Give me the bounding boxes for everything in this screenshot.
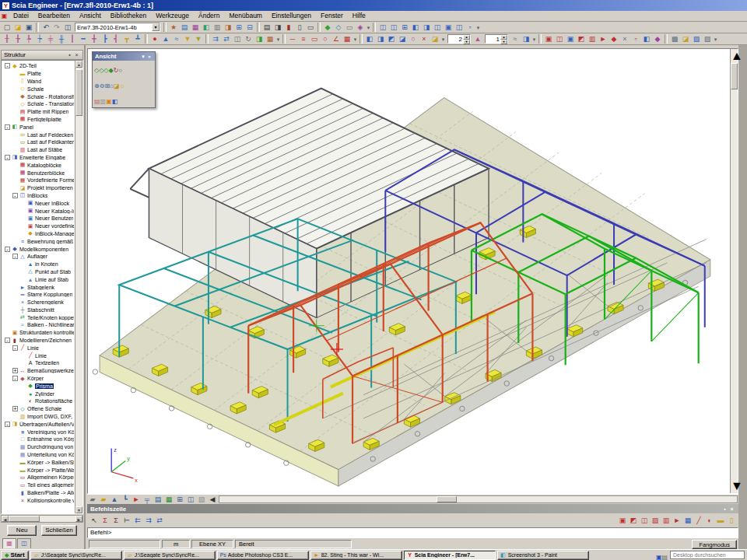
save-icon[interactable]: ▣ (23, 23, 34, 33)
tree-item-linie[interactable]: ╱ Linie (3, 352, 74, 359)
menu-item[interactable]: Bibliotheken (106, 12, 151, 19)
tree-item-linie-gruppe[interactable]: - ╱ Linie (3, 344, 74, 352)
new-node-icon[interactable]: ┣ (100, 34, 110, 44)
tree-item-rotationsflaeche[interactable]: ◐ Rotationsfläche (3, 397, 74, 405)
twisty-icon[interactable]: - (12, 254, 18, 259)
select-workplane-icon[interactable]: ▥ (587, 34, 598, 44)
viewport-layout-3-icon[interactable]: ⊞ (399, 23, 410, 33)
tree-item-offene-schale[interactable]: + ◇ Offene Schale (3, 405, 74, 413)
task-photoshop[interactable]: Ps Adobe Photoshop CS3 E... (217, 551, 309, 560)
properties-tab[interactable]: ◫ (17, 538, 31, 548)
more-options-chevron-icon[interactable]: ▾ (440, 34, 446, 44)
view-manager-icon[interactable]: ◪ (114, 82, 120, 89)
menu-item[interactable]: Menübaum (224, 12, 267, 19)
view-window-4-icon[interactable]: ◪ (397, 34, 408, 44)
snap-line-icon[interactable]: ╱ (693, 516, 704, 526)
tree-item-schale[interactable]: ◇ Schale (3, 85, 74, 93)
tree-item-inblocks[interactable]: - ◫ InBlocks (3, 192, 74, 200)
tree-item-koerper[interactable]: - ◆ Körper (3, 375, 74, 383)
spring-icon[interactable]: ≈ (171, 34, 182, 44)
task-explorer-1[interactable]: ▱ J:\Seagate Sync\SyncRe... (30, 551, 122, 560)
render-light-icon[interactable]: ☼ (120, 82, 125, 89)
tree-item-balken-nichtlinearitaet[interactable]: ≈ Balken - Nichtlinearitä (3, 321, 74, 329)
close-icon[interactable]: × (146, 54, 153, 59)
tree-item-neuer-vordefiniert[interactable]: ▣ Neuer vordefiniert (3, 222, 74, 230)
snap-intersection-icon[interactable]: ▨ (650, 516, 661, 526)
more-options-chevron-icon[interactable]: ▾ (713, 34, 718, 44)
new-wall-icon[interactable]: ╫ (56, 34, 67, 44)
tree-item-modellkomponenten[interactable]: - ◆ Modellkomponenten (3, 245, 74, 253)
tree-item-erweiterte-eingabe[interactable]: - ◨ Erweiterte Eingabe (3, 154, 74, 162)
more-options-chevron-icon[interactable]: ▾ (531, 34, 537, 44)
scrollbar-thumb[interactable] (75, 69, 82, 116)
draw-circle-icon[interactable]: ○ (320, 34, 331, 44)
new-beam-icon[interactable]: ╊ (12, 34, 23, 44)
desktop-search-input[interactable] (670, 551, 745, 559)
model-viewport[interactable]: Ansicht ▼ × ◇◇◇◆↻○ ⊕⊖⊞⌂◪☼ ▤▥▣◧ (87, 48, 738, 494)
tree-item-import-dwg[interactable]: ▥ Import DWG, DXF, VI (3, 413, 74, 421)
snap-midpoint-icon[interactable]: ◫ (639, 516, 650, 526)
start-button[interactable]: ◆ Start (1, 551, 29, 560)
schliessen-button[interactable]: Schließen (41, 525, 77, 536)
new-project-icon[interactable]: ▢ (2, 23, 12, 33)
rotate-icon[interactable]: ↻ (243, 34, 254, 44)
tree-item-punkt-auf-stab[interactable]: △ Punkt auf Stab (3, 268, 74, 276)
tree-item-linie-auf-stab[interactable]: ▲ Linie auf Stab (3, 275, 74, 283)
document-data-icon[interactable]: ▭ (305, 23, 316, 33)
options-icon[interactable]: ◈ (355, 23, 366, 33)
new-column-icon[interactable]: ╂ (2, 34, 12, 44)
new-rafter-icon[interactable]: ╄ (23, 34, 34, 44)
activity-spinner[interactable]: 2▲▼ (447, 34, 471, 44)
tree-item-starre-kopplungen[interactable]: ═ Starre Kopplungen (3, 291, 74, 299)
sum-icon[interactable]: Σ (100, 516, 110, 526)
view-window-3-icon[interactable]: ◩ (386, 34, 397, 44)
viewport-layout-9-icon[interactable]: ▫ (465, 23, 475, 33)
ansicht-palette-title-bar[interactable]: Ansicht ▼ × (93, 52, 155, 61)
tree-item-neuer-katalog-inblock[interactable]: ▣ Neuer Katalog-Inb (3, 207, 74, 215)
support-icon[interactable]: ▲ (160, 34, 171, 44)
calculator-icon[interactable]: ◆ (322, 23, 333, 33)
new-grid-icon[interactable]: ┻ (132, 34, 143, 44)
tree-item-platte-mit-rippen[interactable]: ▤ Platte mit Rippen (3, 108, 74, 116)
more-options-chevron-icon[interactable]: ▾ (475, 23, 481, 33)
twisty-icon[interactable]: - (5, 422, 10, 427)
select-circle-icon[interactable]: ○ (408, 34, 419, 44)
tree-item-last-feldecken[interactable]: ▭ Last auf Feldecken (3, 131, 74, 138)
snap-orthogonal-icon[interactable]: ▥ (661, 516, 672, 526)
select-polygon-icon[interactable]: ◩ (576, 34, 587, 44)
tree-item-auflager[interactable]: - △ Auflager (3, 253, 74, 261)
twisty-icon[interactable]: - (12, 376, 18, 381)
scrollbar-thumb[interactable] (9, 516, 40, 522)
chevron-down-icon[interactable]: ▼ (140, 54, 146, 59)
twisty-icon[interactable]: + (12, 368, 18, 373)
twisty-icon[interactable]: - (12, 193, 18, 198)
project-window-icon[interactable]: ◫ (62, 23, 73, 33)
menu-item[interactable]: Ansicht (75, 12, 106, 19)
scroll-left-icon[interactable]: ◀ (2, 516, 9, 522)
twisty-icon[interactable]: - (5, 63, 10, 68)
paste-special-icon[interactable]: ◪ (430, 34, 440, 44)
pin-icon[interactable]: ▪ (66, 52, 73, 58)
undo-icon[interactable]: ↶ (40, 23, 51, 33)
viewport-layout-2-icon[interactable]: ◫ (388, 23, 399, 33)
tree-item-bewehrung[interactable]: ≡ Bewehrung gemäß Vo (3, 237, 74, 245)
scrollbar-thumb[interactable] (731, 63, 738, 89)
tree-item-platte[interactable]: ▬ Platte (3, 70, 74, 78)
tree-item-stabgelenk[interactable]: ► Stabgelenk (3, 283, 74, 291)
tree-item-katalogbloecke[interactable]: ▦ Katalogblöcke (3, 161, 74, 169)
picture-icon[interactable]: ▦ (190, 23, 201, 33)
tree-item-in-knoten[interactable]: ▲ in Knoten (3, 261, 74, 268)
viewport-layout-7-icon[interactable]: ▣ (443, 23, 454, 33)
tree-item-projekt-importieren[interactable]: ◪ Projekt importieren (E (3, 184, 74, 192)
copy-view-icon[interactable]: ▥ (100, 98, 107, 105)
combo-dropdown-icon[interactable]: ▾ (152, 23, 160, 31)
select-layer-icon[interactable]: ◧ (641, 34, 652, 44)
select-member-icon[interactable]: ◫ (554, 34, 565, 44)
view-window-2-icon[interactable]: ◨ (375, 34, 386, 44)
snap-arc-icon[interactable]: ◐ (704, 516, 715, 526)
deselect-icon[interactable]: × (619, 34, 630, 44)
new-panel-icon[interactable]: ╋ (89, 34, 100, 44)
twisty-icon[interactable]: - (5, 155, 10, 160)
gallery-icon[interactable]: ▤ (179, 23, 190, 33)
view-window-1-icon[interactable]: ◧ (364, 34, 375, 44)
